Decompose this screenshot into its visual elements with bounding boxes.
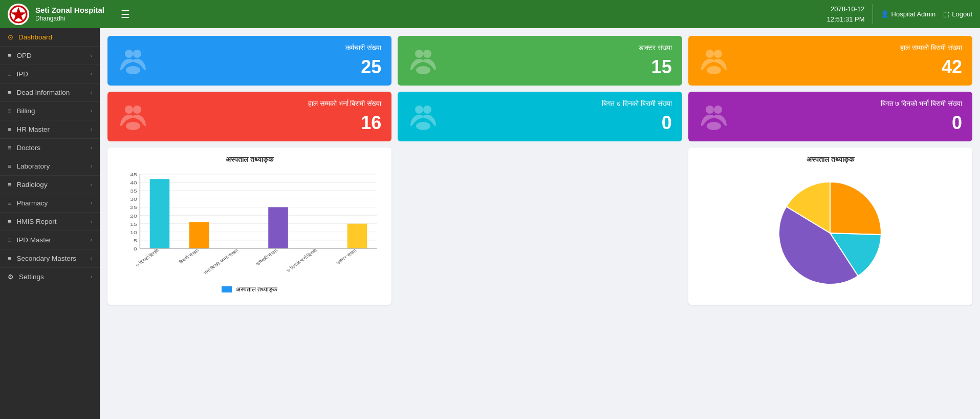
svg-rect-43 — [189, 222, 209, 248]
doctor-value: 15 — [639, 56, 672, 78]
sidebar-item-pharmacy[interactable]: ≡ Pharmacy ‹ — [0, 194, 100, 213]
stat-card-admitted: हाल सम्मको भर्ना बिरामी संख्या 16 — [107, 92, 391, 141]
7day-admitted-icon — [699, 100, 729, 133]
staff-label: कर्मचारी संख्या — [345, 44, 381, 52]
svg-text:७ दिनको भर्ना बिरामी: ७ दिनको भर्ना बिरामी — [285, 248, 319, 273]
svg-text:20: 20 — [130, 213, 137, 218]
svg-text:25: 25 — [130, 205, 137, 210]
stat-card-doctor: डाक्टर संख्या 15 — [398, 36, 682, 86]
sidebar-label-radiology: Radiology — [17, 181, 48, 188]
hospital-name: Seti Zonal Hospital — [35, 6, 104, 15]
svg-point-6 — [415, 50, 423, 58]
svg-point-5 — [126, 66, 140, 74]
stat-card-current-patient: हाल सम्मको बिरामी संख्या 42 — [688, 36, 972, 86]
sidebar-item-secondary-masters[interactable]: ≡ Secondary Masters ‹ — [0, 249, 100, 268]
sidebar-item-settings[interactable]: ⚙ Settings ‹ — [0, 268, 100, 286]
svg-rect-51 — [347, 224, 367, 248]
admitted-info: हाल सम्मको भर्ना बिरामी संख्या 16 — [308, 99, 382, 134]
laboratory-chevron: ‹ — [91, 163, 92, 169]
svg-point-12 — [125, 106, 133, 114]
legend-color-bar — [222, 286, 232, 292]
opd-chevron: ‹ — [91, 53, 92, 58]
7day-info: बिगत ७ दिनको बिरामी संख्या 0 — [602, 99, 672, 134]
sidebar: ⊙ Dashboard ≡ OPD ‹ ≡ IPD ‹ ≡ Dead Infor… — [0, 28, 100, 419]
settings-icon: ⚙ — [8, 273, 14, 281]
radiology-chevron: ‹ — [91, 182, 92, 187]
staff-value: 25 — [345, 56, 381, 78]
7day-admitted-label: बिगत ७ दिनको भर्ना बिरामी संख्या — [881, 99, 962, 108]
svg-text:10: 10 — [130, 229, 137, 235]
logout-button[interactable]: ⬚ Logout — [943, 10, 972, 18]
sidebar-item-laboratory[interactable]: ≡ Laboratory ‹ — [0, 157, 100, 176]
svg-point-15 — [415, 106, 423, 114]
app-body: ⊙ Dashboard ≡ OPD ‹ ≡ IPD ‹ ≡ Dead Infor… — [0, 28, 980, 419]
logout-label: Logout — [952, 10, 972, 18]
sidebar-item-ipd[interactable]: ≡ IPD ‹ — [0, 65, 100, 83]
sidebar-item-billing[interactable]: ≡ Billing ‹ — [0, 102, 100, 120]
bar-chart-container: 051015202530354045७ दिनको बिरामीबिरामी स… — [115, 169, 384, 282]
dead-info-chevron: ‹ — [91, 90, 92, 95]
svg-point-16 — [423, 106, 431, 114]
username: Hospital Admin — [891, 10, 936, 18]
doctor-info: डाक्टर संख्या 15 — [639, 44, 672, 78]
logout-icon: ⬚ — [943, 10, 949, 18]
hamburger-menu[interactable]: ☰ — [121, 8, 130, 20]
sidebar-label-hmis: HMIS Report — [17, 218, 57, 225]
svg-point-3 — [125, 50, 133, 58]
stat-card-staff: कर्मचारी संख्या 25 — [107, 36, 391, 86]
charts-row: अस्पताल तथ्याङ्क 051015202530354045७ दिन… — [107, 148, 972, 305]
radiology-icon: ≡ — [8, 181, 12, 188]
sidebar-item-opd[interactable]: ≡ OPD ‹ — [0, 47, 100, 65]
7day-icon — [408, 100, 439, 133]
pie-chart-svg — [769, 172, 891, 295]
bar-chart-title: अस्पताल तथ्याङ्क — [115, 155, 384, 164]
7day-value: 0 — [602, 112, 672, 134]
sidebar-label-ipd-master: IPD Master — [17, 236, 52, 244]
svg-point-17 — [416, 122, 430, 130]
sidebar-item-dead-information[interactable]: ≡ Dead Information ‹ — [0, 83, 100, 102]
current-patient-icon — [699, 45, 729, 77]
hospital-logo — [8, 4, 29, 25]
header-date: 2078-10-12 — [827, 4, 865, 14]
svg-point-7 — [423, 50, 431, 58]
sidebar-item-dashboard[interactable]: ⊙ Dashboard — [0, 28, 100, 47]
svg-text:30: 30 — [130, 197, 137, 202]
svg-text:5: 5 — [134, 238, 137, 243]
svg-rect-41 — [150, 179, 170, 248]
staff-icon — [118, 45, 148, 77]
svg-text:40: 40 — [130, 180, 137, 185]
hmis-chevron: ‹ — [91, 219, 92, 224]
hospital-location: Dhangadhi — [35, 15, 104, 22]
svg-point-9 — [706, 50, 714, 58]
svg-point-11 — [707, 66, 721, 74]
pharmacy-icon: ≡ — [8, 199, 12, 207]
7day-admitted-info: बिगत ७ दिनको भर्ना बिरामी संख्या 0 — [881, 99, 962, 134]
sidebar-item-hmis-report[interactable]: ≡ HMIS Report ‹ — [0, 213, 100, 231]
sidebar-label-laboratory: Laboratory — [17, 162, 50, 170]
doctors-chevron: ‹ — [91, 145, 92, 151]
sidebar-item-radiology[interactable]: ≡ Radiology ‹ — [0, 176, 100, 194]
svg-point-10 — [714, 50, 722, 58]
sidebar-item-hr-master[interactable]: ≡ HR Master ‹ — [0, 120, 100, 139]
pharmacy-chevron: ‹ — [91, 200, 92, 206]
sidebar-item-ipd-master[interactable]: ≡ IPD Master ‹ — [0, 231, 100, 249]
svg-text:कर्मचारी संख्या: कर्मचारी संख्या — [254, 248, 279, 266]
sidebar-label-dashboard: Dashboard — [18, 33, 52, 41]
billing-icon: ≡ — [8, 107, 12, 115]
hospital-title: Seti Zonal Hospital Dhangadhi — [35, 6, 104, 22]
svg-text:भर्ना बिरामी जम्मा संख्या: भर्ना बिरामी जम्मा संख्या — [202, 248, 240, 275]
ipd-master-icon: ≡ — [8, 236, 12, 244]
bar-chart-svg: 051015202530354045७ दिनको बिरामीबिरामी स… — [115, 169, 384, 282]
svg-point-20 — [707, 122, 721, 130]
header-time: 12:51:31 PM — [827, 14, 865, 25]
settings-chevron: ‹ — [91, 274, 92, 280]
sidebar-item-doctors[interactable]: ≡ Doctors ‹ — [0, 139, 100, 157]
sidebar-label-pharmacy: Pharmacy — [17, 199, 48, 207]
ipd-icon: ≡ — [8, 70, 12, 78]
hr-master-icon: ≡ — [8, 125, 12, 133]
7day-label: बिगत ७ दिनको बिरामी संख्या — [602, 99, 672, 108]
admitted-label: हाल सम्मको भर्ना बिरामी संख्या — [308, 99, 382, 108]
admitted-value: 16 — [308, 112, 382, 134]
secondary-masters-icon: ≡ — [8, 255, 12, 262]
sidebar-label-billing: Billing — [17, 107, 35, 115]
